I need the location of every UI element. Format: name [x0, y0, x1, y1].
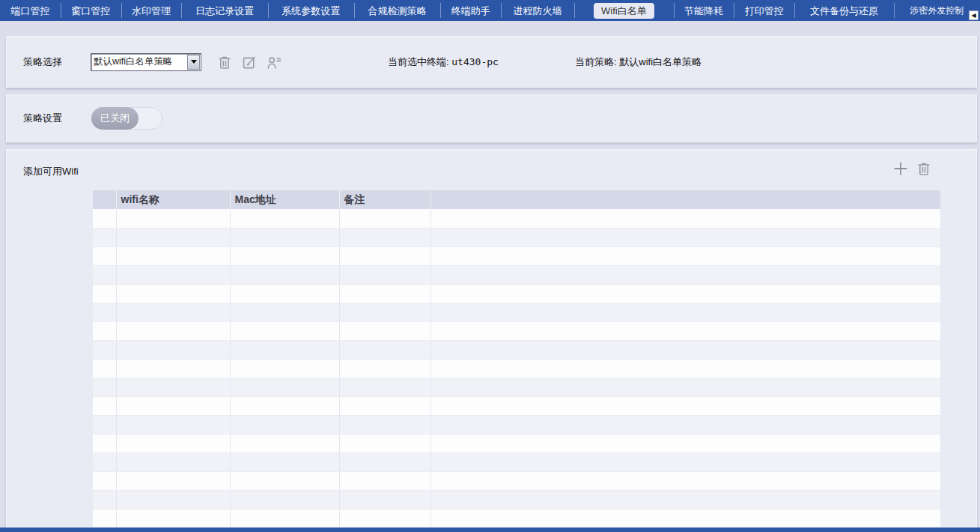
dropdown-arrow-button[interactable] [187, 55, 200, 70]
table-cell [93, 228, 116, 247]
table-row[interactable] [93, 303, 940, 321]
table-cell [430, 284, 940, 303]
table-row[interactable] [93, 434, 940, 453]
nav-tab-label: 合规检测策略 [365, 4, 430, 17]
table-cell [339, 228, 430, 247]
policy-select-dropdown[interactable]: 默认wifi白名单策略 [91, 53, 201, 71]
nav-tab[interactable]: Wifi白名单 [574, 0, 673, 21]
assign-policy-button[interactable] [266, 54, 282, 70]
nav-tab[interactable]: 节能降耗 [674, 0, 734, 21]
nav-tab[interactable]: 系统参数设置 [268, 0, 354, 21]
table-row[interactable] [93, 509, 940, 528]
table-row[interactable] [93, 415, 940, 434]
table-cell [430, 434, 940, 453]
table-cell [339, 209, 430, 228]
policy-toggle-knob: 已关闭 [91, 107, 139, 130]
table-cell [116, 303, 230, 321]
nav-tab-label: 日志记录设置 [192, 4, 257, 17]
nav-tab[interactable]: 合规检测策略 [354, 0, 440, 21]
table-row[interactable] [93, 378, 940, 396]
table-cell [339, 434, 430, 453]
user-assign-icon [266, 54, 282, 70]
table-row[interactable] [93, 209, 940, 228]
table-cell [93, 265, 116, 284]
table-cell [93, 284, 116, 303]
table-row[interactable] [93, 453, 940, 471]
table-row[interactable] [93, 265, 940, 284]
nav-tab-label: 打印管控 [742, 4, 787, 17]
add-wifi-button[interactable] [892, 160, 909, 177]
nav-tab[interactable]: 打印管控 [734, 0, 794, 21]
nav-tab[interactable]: 涉密外发控制 [894, 0, 980, 21]
table-cell [230, 490, 339, 509]
table-cell [93, 509, 116, 528]
table-cell [430, 303, 940, 321]
nav-tab[interactable]: 文件备份与还原 [794, 0, 893, 21]
edit-policy-button[interactable] [241, 54, 258, 70]
table-cell [430, 321, 940, 340]
table-row[interactable] [93, 284, 940, 303]
table-cell [230, 340, 339, 359]
table-row[interactable] [93, 321, 940, 340]
table-cell [93, 453, 116, 471]
table-cell [93, 359, 116, 378]
table-cell [230, 415, 339, 434]
table-cell [339, 509, 430, 528]
nav-tab-label: 涉密外发控制 [907, 4, 967, 17]
table-cell [93, 303, 116, 321]
delete-wifi-button[interactable] [916, 160, 932, 177]
table-cell [116, 265, 230, 284]
table-header-row: wifi名称Mac地址备注 [93, 190, 940, 209]
table-cell [430, 471, 940, 490]
table-row[interactable] [93, 471, 940, 490]
table-cell [339, 303, 430, 321]
nav-tab[interactable]: 日志记录设置 [181, 0, 267, 21]
table-cell [93, 396, 116, 415]
table-cell [116, 396, 230, 415]
delete-policy-button[interactable] [216, 54, 233, 70]
current-policy-value: 默认wifi白名单策略 [619, 56, 701, 67]
table-cell [93, 340, 116, 359]
nav-tab[interactable]: 水印管理 [121, 0, 182, 21]
table-cell [430, 359, 940, 378]
table-action-icons [892, 160, 932, 177]
table-cell [430, 490, 940, 509]
policy-select-label: 策略选择 [23, 55, 62, 69]
table-cell [230, 265, 339, 284]
nav-tab-label: 节能降耗 [681, 4, 726, 17]
table-cell [430, 265, 940, 284]
policy-action-icons [216, 54, 282, 70]
table-row[interactable] [93, 490, 940, 509]
table-row[interactable] [93, 396, 940, 415]
nav-tab[interactable]: 终端助手 [440, 0, 501, 21]
table-cell [230, 228, 339, 247]
wifi-table: wifi名称Mac地址备注 [93, 190, 940, 528]
table-cell [116, 490, 230, 509]
current-terminal-status: 当前选中终端: ut430-pc [388, 55, 499, 69]
tab-scroll-left-button[interactable]: ◀ [969, 10, 979, 20]
table-cell [116, 247, 230, 265]
nav-tab[interactable]: 窗口管控 [61, 0, 121, 21]
policy-toggle[interactable]: 已关闭 [91, 107, 162, 130]
table-cell [230, 453, 339, 471]
table-row[interactable] [93, 340, 940, 359]
tab-strip: 端口管控窗口管控水印管理日志记录设置系统参数设置合规检测策略终端助手进程防火墙W… [0, 0, 980, 21]
table-cell [430, 396, 940, 415]
table-cell [339, 471, 430, 490]
edit-icon [241, 54, 258, 70]
nav-tab[interactable]: 端口管控 [0, 0, 61, 21]
table-cell [116, 228, 230, 247]
table-cell [93, 321, 116, 340]
table-cell [230, 247, 339, 265]
table-cell [93, 415, 116, 434]
table-cell [339, 321, 430, 340]
table-cell [93, 471, 116, 490]
table-cell [230, 303, 339, 321]
table-row[interactable] [93, 228, 940, 247]
nav-tab[interactable]: 进程防火墙 [501, 0, 574, 21]
table-cell [116, 415, 230, 434]
table-cell [230, 321, 339, 340]
nav-tab-label: 端口管控 [7, 4, 52, 17]
table-row[interactable] [93, 247, 940, 265]
table-row[interactable] [93, 359, 940, 378]
